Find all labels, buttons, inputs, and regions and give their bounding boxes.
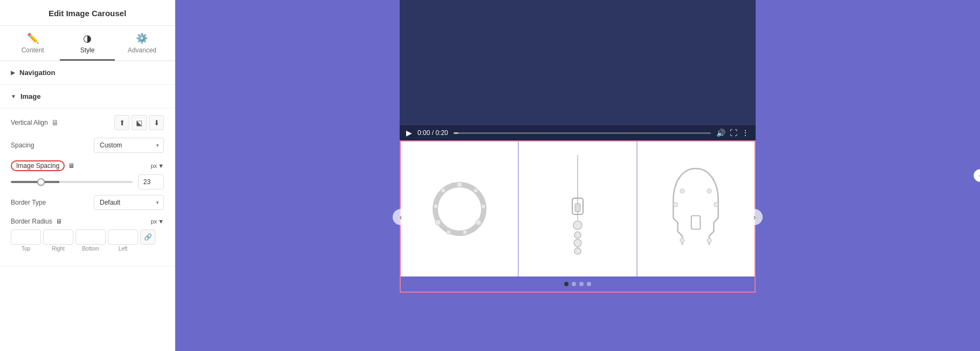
align-middle-button[interactable]: ⬕ (132, 115, 147, 130)
image-section-label: Image (20, 92, 41, 100)
tabs-bar: ✏️ Content ◑ Style ⚙️ Advanced (0, 26, 175, 61)
br-left-label: Left (119, 246, 128, 252)
right-panel: ‹ ▶ 0:00 / 0:20 🔊 ⛶ ⋮ (175, 0, 980, 351)
image-spacing-highlight: Image Spacing (11, 160, 65, 171)
svg-point-7 (435, 220, 441, 225)
svg-point-13 (573, 221, 582, 230)
spacing-select[interactable]: Default Custom (94, 138, 164, 153)
jewelry-svg-3 (669, 155, 723, 263)
image-section-header[interactable]: ▼ Image (0, 85, 175, 109)
carousel-prev-button[interactable]: ‹ (393, 209, 409, 225)
carousel-dot-1[interactable] (564, 282, 568, 286)
svg-rect-23 (691, 216, 701, 230)
video-current-time: 0:00 (417, 129, 430, 137)
svg-point-16 (574, 248, 581, 254)
border-radius-top[interactable] (11, 230, 41, 245)
br-top-label: Top (22, 246, 30, 252)
tab-style[interactable]: ◑ Style (60, 26, 114, 60)
br-right-label: Right (52, 246, 64, 252)
svg-point-9 (441, 188, 446, 193)
carousel-dot-3[interactable] (579, 282, 584, 286)
video-volume-icon[interactable]: 🔊 (716, 129, 725, 137)
carousel-container: ‹ (400, 140, 756, 293)
unit-arrow-icon: ▼ (158, 163, 164, 169)
svg-rect-12 (575, 204, 580, 212)
unit-selector[interactable]: px ▼ (150, 163, 164, 169)
tab-content[interactable]: ✏️ Content (5, 26, 60, 60)
border-type-select[interactable]: Default Solid Dashed Dotted Double (94, 195, 164, 210)
border-type-label: Border Type (11, 199, 94, 206)
carousel-image-3 (638, 141, 755, 276)
video-player: ▶ 0:00 / 0:20 🔊 ⛶ ⋮ (400, 0, 756, 140)
br-bottom-label: Bottom (82, 246, 99, 252)
carousel-dot-4[interactable] (587, 282, 591, 286)
carousel-images (401, 141, 755, 276)
video-icons: 🔊 ⛶ ⋮ (716, 129, 749, 137)
video-total-time: 0:20 (435, 129, 448, 137)
align-bottom-button[interactable]: ⬇ (149, 115, 164, 130)
carousel-next-button[interactable]: › (746, 209, 763, 225)
image-arrow-icon: ▼ (11, 93, 16, 99)
carousel-dot-2[interactable] (572, 282, 576, 286)
unit-label: px (150, 163, 157, 169)
align-top-button[interactable]: ⬆ (114, 115, 129, 130)
border-radius-right[interactable] (43, 230, 73, 245)
jewelry-svg-2 (556, 155, 599, 263)
tab-content-label: Content (22, 46, 44, 54)
svg-point-4 (476, 220, 481, 225)
border-radius-monitor-icon: 🖥 (56, 218, 62, 225)
border-radius-label: Border Radius 🖥 (11, 218, 62, 225)
carousel-image-1 (401, 141, 519, 276)
video-time: 0:00 / 0:20 (417, 129, 448, 137)
svg-point-20 (714, 202, 718, 207)
content-icon: ✏️ (27, 32, 39, 44)
vertical-align-label: Vertical Align 🖥 (11, 118, 114, 127)
spacing-select-wrapper: Default Custom (94, 138, 164, 153)
panel-title: Edit Image Carousel (0, 0, 175, 26)
border-radius-left[interactable] (108, 230, 138, 245)
left-panel: Edit Image Carousel ✏️ Content ◑ Style ⚙… (0, 0, 175, 351)
navigation-section-header[interactable]: ▶ Navigation (0, 61, 175, 85)
image-spacing-row: Image Spacing 🖥 px ▼ (11, 160, 164, 190)
video-play-button[interactable]: ▶ (406, 129, 412, 137)
video-fullscreen-icon[interactable]: ⛶ (730, 129, 737, 137)
svg-point-2 (474, 188, 478, 193)
border-radius-unit-selector[interactable]: px ▼ (150, 218, 164, 225)
br-left-group: Left (108, 230, 138, 252)
vertical-align-controls: ⬆ ⬕ ⬇ (114, 115, 164, 130)
svg-point-17 (680, 189, 684, 193)
vertical-align-text: Vertical Align (11, 119, 48, 126)
spacing-row: Spacing Default Custom (11, 138, 164, 153)
navigation-section-label: Navigation (19, 69, 55, 77)
advanced-icon: ⚙️ (136, 32, 148, 44)
svg-point-5 (463, 230, 467, 234)
vertical-align-row: Vertical Align 🖥 ⬆ ⬕ ⬇ (11, 115, 164, 130)
style-icon: ◑ (83, 32, 92, 44)
video-progress-bar[interactable] (454, 132, 711, 134)
spacing-text: Spacing (11, 141, 34, 149)
border-radius-bottom[interactable] (76, 230, 106, 245)
border-radius-unit-arrow: ▼ (158, 218, 164, 225)
border-radius-row: Border Radius 🖥 px ▼ Top Right (11, 218, 164, 252)
br-right-group: Right (43, 230, 73, 252)
slider-value-row (11, 174, 164, 190)
video-controls: ▶ 0:00 / 0:20 🔊 ⛶ ⋮ (400, 125, 756, 140)
image-spacing-monitor-icon: 🖥 (68, 162, 74, 170)
svg-point-14 (574, 232, 581, 238)
video-container: ▶ 0:00 / 0:20 🔊 ⛶ ⋮ (400, 0, 756, 140)
border-type-row: Border Type Default Solid Dashed Dotted … (11, 195, 164, 210)
br-top-group: Top (11, 230, 41, 252)
monitor-icon: 🖥 (51, 118, 59, 127)
tab-advanced[interactable]: ⚙️ Advanced (115, 26, 169, 60)
image-section-content: Vertical Align 🖥 ⬆ ⬕ ⬇ Spacing Default C… (0, 109, 175, 266)
video-progress-fill (454, 132, 459, 134)
image-spacing-input[interactable] (138, 174, 164, 190)
navigation-arrow-icon: ▶ (11, 70, 15, 76)
collapse-panel-button[interactable]: ‹ (974, 169, 980, 182)
tab-style-label: Style (80, 46, 95, 54)
video-more-icon[interactable]: ⋮ (742, 129, 749, 137)
spacing-label: Spacing (11, 141, 94, 149)
image-spacing-slider[interactable] (11, 181, 133, 183)
border-radius-link-button[interactable]: 🔗 (140, 230, 155, 245)
svg-point-21 (680, 238, 684, 242)
